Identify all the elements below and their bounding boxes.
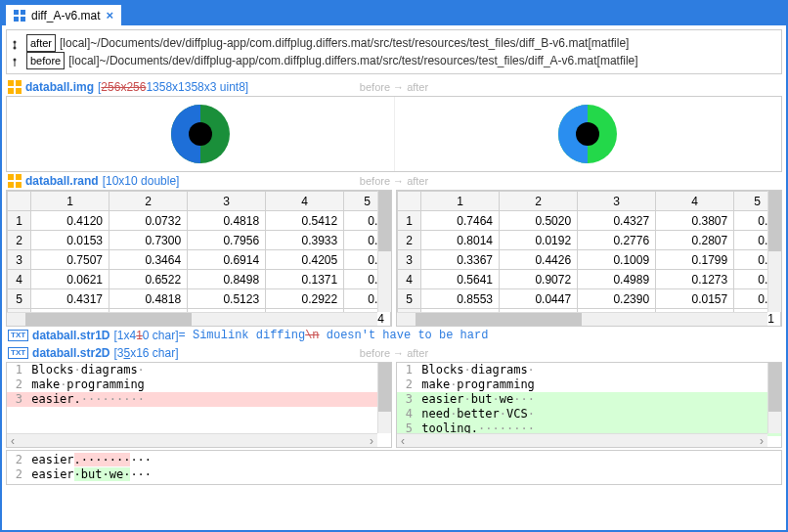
diff-header: after [local]~/Documents/dev/diffplug-ap… xyxy=(6,29,782,74)
before-badge: before xyxy=(26,52,65,69)
rand-meta: [10x10 double] xyxy=(103,174,180,188)
section-str2d: TXT databall.str2D [35x16 char] before →… xyxy=(2,344,786,362)
svg-rect-3 xyxy=(21,17,25,22)
scrollbar-h[interactable]: ‹› xyxy=(7,433,377,447)
grid-icon xyxy=(8,174,22,188)
text-line: 2 make·programming xyxy=(397,377,781,392)
str1d-value: = Simulink diffing\n doesn't have to be … xyxy=(179,329,489,342)
tab-active[interactable]: diff_A-v6.mat × xyxy=(6,5,121,25)
diff-line-add: 2 easier·but·we···· xyxy=(7,467,781,482)
after-badge: after xyxy=(26,34,56,52)
text-after[interactable]: 1 Blocks·diagrams·2 make·programming3 ea… xyxy=(396,362,782,448)
close-icon[interactable]: × xyxy=(106,8,113,22)
table-before[interactable]: 1234510.41200.07320.48180.54120.420.0153… xyxy=(6,190,392,327)
diff-line-del: 2 easier.·········· xyxy=(7,453,781,467)
svg-rect-7 xyxy=(8,80,14,86)
grid-icon xyxy=(8,80,22,94)
svg-rect-0 xyxy=(14,10,19,15)
img-title: databall.img xyxy=(25,80,94,94)
scrollbar-v[interactable] xyxy=(767,363,781,433)
image-after[interactable] xyxy=(394,97,782,171)
img-dims: [256x2561358x1358x3 uint8] xyxy=(98,80,248,94)
before-after-label: before → after xyxy=(360,175,428,187)
svg-rect-1 xyxy=(21,10,25,15)
scrollbar-h[interactable] xyxy=(397,312,767,326)
svg-rect-10 xyxy=(16,88,22,94)
section-rand: databall.rand [10x10 double] before → af… xyxy=(2,172,786,190)
inline-diff: 2 easier.·········· 2 easier·but·we···· xyxy=(6,450,782,485)
text-line: 1 Blocks·diagrams· xyxy=(397,363,781,377)
diff-branch-icon xyxy=(13,56,22,66)
svg-rect-8 xyxy=(16,80,22,86)
text-line: 3 easier.········· xyxy=(7,392,391,407)
before-after-label: before → after xyxy=(360,347,428,359)
text-line: 3 easier·but·we··· xyxy=(397,392,781,407)
tab-bar: diff_A-v6.mat × xyxy=(2,2,786,25)
grid-icon xyxy=(14,10,25,22)
diff-branch-icon xyxy=(13,38,22,48)
table-after[interactable]: 1234510.74640.50200.43270.38070.120.8014… xyxy=(396,190,782,327)
image-before[interactable] xyxy=(7,97,394,171)
scrollbar-h[interactable]: ‹› xyxy=(397,433,767,447)
svg-point-14 xyxy=(576,122,599,146)
str2d-title: databall.str2D xyxy=(32,346,109,360)
scrollbar-v[interactable] xyxy=(767,191,781,312)
text-line: 1 Blocks·diagrams· xyxy=(7,363,391,377)
svg-rect-2 xyxy=(14,17,19,22)
str2d-meta: [35x16 char] xyxy=(113,346,178,360)
before-path: [local]~/Documents/dev/diffplug-app/com.… xyxy=(68,53,637,68)
scrollbar-h[interactable] xyxy=(7,312,377,326)
scrollbar-v[interactable] xyxy=(377,191,391,312)
text-line: 2 make·programming xyxy=(7,377,391,392)
txt-icon: TXT xyxy=(8,347,28,359)
before-after-label: before → after xyxy=(360,81,428,93)
svg-rect-18 xyxy=(16,182,22,188)
svg-rect-17 xyxy=(8,182,14,188)
text-line: 4 need·better·VCS· xyxy=(397,407,781,421)
svg-point-12 xyxy=(189,122,212,146)
after-path: [local]~/Documents/dev/diffplug-app/com.… xyxy=(60,35,629,51)
svg-rect-15 xyxy=(8,174,14,180)
image-compare xyxy=(6,96,782,172)
str1d-meta: [1x410 char] xyxy=(113,329,178,342)
scrollbar-v[interactable] xyxy=(377,363,391,433)
section-img: databall.img [256x2561358x1358x3 uint8] … xyxy=(2,78,786,96)
txt-icon: TXT xyxy=(8,330,28,341)
text-before[interactable]: 1 Blocks·diagrams·2 make·programming3 ea… xyxy=(6,362,392,448)
str1d-title: databall.str1D xyxy=(32,329,109,342)
section-str1d: TXT databall.str1D [1x410 char] = Simuli… xyxy=(2,327,786,344)
svg-rect-16 xyxy=(16,174,22,180)
svg-rect-9 xyxy=(8,88,14,94)
tab-title: diff_A-v6.mat xyxy=(31,9,100,22)
rand-title: databall.rand xyxy=(25,174,99,188)
